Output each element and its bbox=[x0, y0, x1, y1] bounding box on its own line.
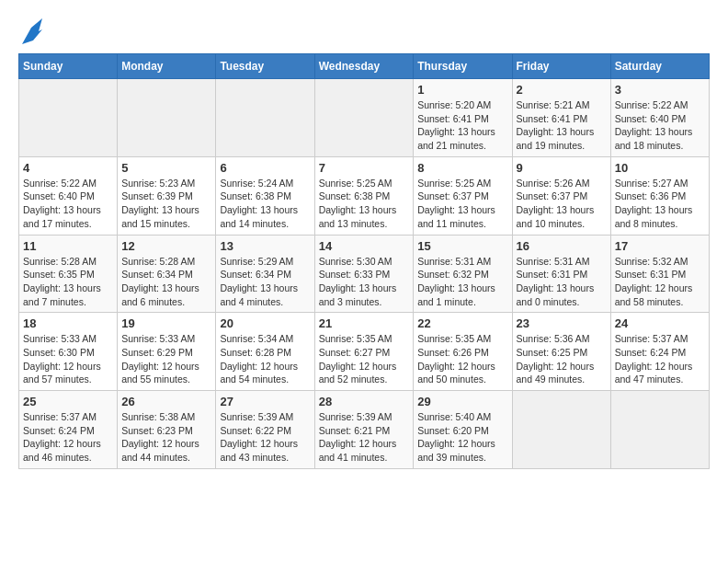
calendar-week-row: 18Sunrise: 5:33 AM Sunset: 6:30 PM Dayli… bbox=[19, 313, 710, 391]
day-info: Sunrise: 5:34 AM Sunset: 6:28 PM Dayligh… bbox=[220, 332, 310, 386]
calendar-cell: 22Sunrise: 5:35 AM Sunset: 6:26 PM Dayli… bbox=[414, 313, 512, 391]
day-number: 8 bbox=[417, 161, 507, 175]
calendar-cell: 23Sunrise: 5:36 AM Sunset: 6:25 PM Dayli… bbox=[512, 313, 610, 391]
day-info: Sunrise: 5:33 AM Sunset: 6:29 PM Dayligh… bbox=[121, 332, 211, 386]
calendar-cell: 19Sunrise: 5:33 AM Sunset: 6:29 PM Dayli… bbox=[118, 313, 216, 391]
calendar-cell: 4Sunrise: 5:22 AM Sunset: 6:40 PM Daylig… bbox=[19, 156, 118, 235]
calendar-cell: 26Sunrise: 5:38 AM Sunset: 6:23 PM Dayli… bbox=[118, 391, 216, 469]
logo-bird-icon bbox=[22, 18, 42, 44]
logo bbox=[18, 18, 42, 44]
calendar-cell bbox=[314, 79, 414, 157]
calendar-header-tuesday: Tuesday bbox=[216, 54, 314, 79]
page-header bbox=[18, 18, 710, 44]
calendar-cell: 3Sunrise: 5:22 AM Sunset: 6:40 PM Daylig… bbox=[610, 79, 709, 157]
day-number: 3 bbox=[615, 83, 705, 97]
day-info: Sunrise: 5:31 AM Sunset: 6:31 PM Dayligh… bbox=[517, 255, 607, 309]
calendar-cell: 28Sunrise: 5:39 AM Sunset: 6:21 PM Dayli… bbox=[314, 391, 414, 469]
day-info: Sunrise: 5:24 AM Sunset: 6:38 PM Dayligh… bbox=[220, 177, 310, 231]
day-number: 9 bbox=[517, 161, 607, 175]
day-info: Sunrise: 5:38 AM Sunset: 6:23 PM Dayligh… bbox=[121, 410, 211, 465]
day-number: 2 bbox=[517, 83, 607, 97]
calendar-week-row: 11Sunrise: 5:28 AM Sunset: 6:35 PM Dayli… bbox=[19, 235, 710, 313]
calendar-cell: 27Sunrise: 5:39 AM Sunset: 6:22 PM Dayli… bbox=[216, 391, 314, 469]
day-info: Sunrise: 5:28 AM Sunset: 6:35 PM Dayligh… bbox=[23, 255, 113, 309]
day-info: Sunrise: 5:39 AM Sunset: 6:21 PM Dayligh… bbox=[319, 410, 410, 465]
day-number: 14 bbox=[319, 239, 410, 253]
calendar-cell: 29Sunrise: 5:40 AM Sunset: 6:20 PM Dayli… bbox=[414, 391, 512, 469]
day-number: 23 bbox=[517, 316, 607, 330]
calendar-header-thursday: Thursday bbox=[414, 54, 512, 79]
day-number: 28 bbox=[319, 395, 410, 408]
day-info: Sunrise: 5:26 AM Sunset: 6:37 PM Dayligh… bbox=[517, 177, 607, 231]
calendar-cell: 6Sunrise: 5:24 AM Sunset: 6:38 PM Daylig… bbox=[216, 156, 314, 235]
calendar-cell: 13Sunrise: 5:29 AM Sunset: 6:34 PM Dayli… bbox=[216, 235, 314, 313]
day-info: Sunrise: 5:33 AM Sunset: 6:30 PM Dayligh… bbox=[23, 332, 113, 386]
day-number: 11 bbox=[23, 239, 113, 253]
calendar-cell: 25Sunrise: 5:37 AM Sunset: 6:24 PM Dayli… bbox=[19, 391, 118, 469]
calendar-header-row: SundayMondayTuesdayWednesdayThursdayFrid… bbox=[19, 54, 710, 79]
day-info: Sunrise: 5:27 AM Sunset: 6:36 PM Dayligh… bbox=[615, 177, 705, 231]
day-info: Sunrise: 5:37 AM Sunset: 6:24 PM Dayligh… bbox=[615, 332, 705, 386]
day-number: 25 bbox=[23, 395, 113, 408]
day-number: 1 bbox=[417, 83, 507, 97]
day-info: Sunrise: 5:20 AM Sunset: 6:41 PM Dayligh… bbox=[417, 98, 507, 153]
calendar-cell: 14Sunrise: 5:30 AM Sunset: 6:33 PM Dayli… bbox=[314, 235, 414, 313]
day-number: 27 bbox=[220, 395, 310, 408]
calendar-cell: 2Sunrise: 5:21 AM Sunset: 6:41 PM Daylig… bbox=[512, 79, 610, 157]
calendar-table: SundayMondayTuesdayWednesdayThursdayFrid… bbox=[18, 53, 710, 469]
day-info: Sunrise: 5:35 AM Sunset: 6:26 PM Dayligh… bbox=[417, 332, 507, 386]
day-number: 7 bbox=[319, 161, 410, 175]
day-number: 15 bbox=[417, 239, 507, 253]
day-number: 13 bbox=[220, 239, 310, 253]
day-info: Sunrise: 5:28 AM Sunset: 6:34 PM Dayligh… bbox=[121, 255, 211, 309]
day-info: Sunrise: 5:40 AM Sunset: 6:20 PM Dayligh… bbox=[417, 410, 507, 465]
day-number: 19 bbox=[121, 316, 211, 330]
calendar-week-row: 25Sunrise: 5:37 AM Sunset: 6:24 PM Dayli… bbox=[19, 391, 710, 469]
day-number: 6 bbox=[220, 161, 310, 175]
calendar-cell: 20Sunrise: 5:34 AM Sunset: 6:28 PM Dayli… bbox=[216, 313, 314, 391]
day-number: 29 bbox=[417, 395, 507, 408]
calendar-header-friday: Friday bbox=[512, 54, 610, 79]
day-info: Sunrise: 5:22 AM Sunset: 6:40 PM Dayligh… bbox=[615, 98, 705, 153]
calendar-cell: 1Sunrise: 5:20 AM Sunset: 6:41 PM Daylig… bbox=[414, 79, 512, 157]
day-number: 10 bbox=[615, 161, 705, 175]
calendar-cell: 8Sunrise: 5:25 AM Sunset: 6:37 PM Daylig… bbox=[414, 156, 512, 235]
day-number: 18 bbox=[23, 316, 113, 330]
day-info: Sunrise: 5:21 AM Sunset: 6:41 PM Dayligh… bbox=[517, 98, 607, 153]
day-info: Sunrise: 5:30 AM Sunset: 6:33 PM Dayligh… bbox=[319, 255, 410, 309]
calendar-cell: 12Sunrise: 5:28 AM Sunset: 6:34 PM Dayli… bbox=[118, 235, 216, 313]
calendar-cell: 9Sunrise: 5:26 AM Sunset: 6:37 PM Daylig… bbox=[512, 156, 610, 235]
day-info: Sunrise: 5:35 AM Sunset: 6:27 PM Dayligh… bbox=[319, 332, 410, 386]
calendar-cell bbox=[118, 79, 216, 157]
day-number: 22 bbox=[417, 316, 507, 330]
calendar-cell: 18Sunrise: 5:33 AM Sunset: 6:30 PM Dayli… bbox=[19, 313, 118, 391]
day-number: 5 bbox=[121, 161, 211, 175]
day-number: 20 bbox=[220, 316, 310, 330]
calendar-cell bbox=[512, 391, 610, 469]
day-info: Sunrise: 5:25 AM Sunset: 6:37 PM Dayligh… bbox=[417, 177, 507, 231]
calendar-header-sunday: Sunday bbox=[19, 54, 118, 79]
calendar-header-monday: Monday bbox=[118, 54, 216, 79]
calendar-cell: 7Sunrise: 5:25 AM Sunset: 6:38 PM Daylig… bbox=[314, 156, 414, 235]
day-number: 16 bbox=[517, 239, 607, 253]
day-number: 21 bbox=[319, 316, 410, 330]
calendar-cell bbox=[19, 79, 118, 157]
calendar-cell: 16Sunrise: 5:31 AM Sunset: 6:31 PM Dayli… bbox=[512, 235, 610, 313]
calendar-week-row: 1Sunrise: 5:20 AM Sunset: 6:41 PM Daylig… bbox=[19, 79, 710, 157]
calendar-cell: 24Sunrise: 5:37 AM Sunset: 6:24 PM Dayli… bbox=[610, 313, 709, 391]
day-info: Sunrise: 5:23 AM Sunset: 6:39 PM Dayligh… bbox=[121, 177, 211, 231]
day-info: Sunrise: 5:25 AM Sunset: 6:38 PM Dayligh… bbox=[319, 177, 410, 231]
calendar-week-row: 4Sunrise: 5:22 AM Sunset: 6:40 PM Daylig… bbox=[19, 156, 710, 235]
calendar-header-wednesday: Wednesday bbox=[314, 54, 414, 79]
svg-marker-0 bbox=[22, 18, 42, 44]
day-info: Sunrise: 5:37 AM Sunset: 6:24 PM Dayligh… bbox=[23, 410, 113, 465]
calendar-cell: 10Sunrise: 5:27 AM Sunset: 6:36 PM Dayli… bbox=[610, 156, 709, 235]
calendar-cell: 11Sunrise: 5:28 AM Sunset: 6:35 PM Dayli… bbox=[19, 235, 118, 313]
calendar-cell bbox=[610, 391, 709, 469]
calendar-header-saturday: Saturday bbox=[610, 54, 709, 79]
day-info: Sunrise: 5:31 AM Sunset: 6:32 PM Dayligh… bbox=[417, 255, 507, 309]
day-number: 17 bbox=[615, 239, 705, 253]
calendar-cell: 17Sunrise: 5:32 AM Sunset: 6:31 PM Dayli… bbox=[610, 235, 709, 313]
day-info: Sunrise: 5:22 AM Sunset: 6:40 PM Dayligh… bbox=[23, 177, 113, 231]
day-number: 12 bbox=[121, 239, 211, 253]
